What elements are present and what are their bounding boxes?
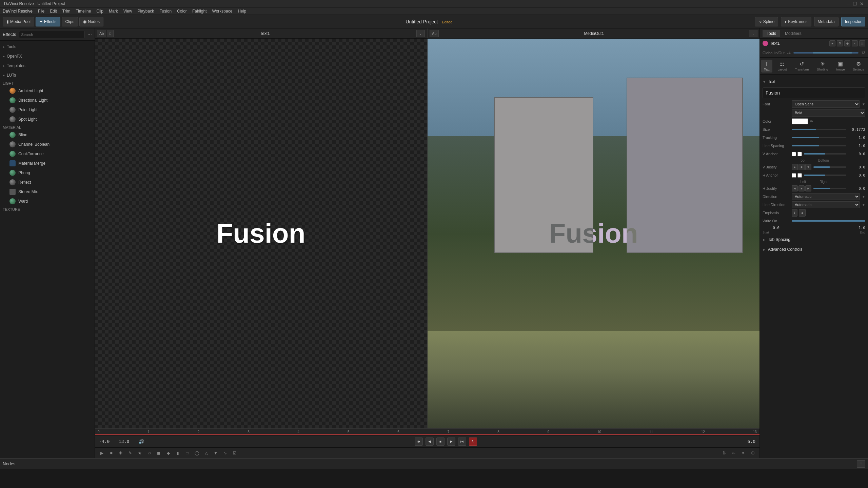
phong-item[interactable]: Phong <box>0 168 95 178</box>
warp-btn[interactable]: ✒ <box>739 449 747 457</box>
effects-search-input[interactable] <box>19 31 85 38</box>
move-tool[interactable]: ✚ <box>117 449 125 457</box>
cooktorrance-item[interactable]: CookTorrance <box>0 149 95 159</box>
polygon-tool[interactable]: △ <box>202 449 210 457</box>
bspline-tool[interactable]: ∿ <box>221 449 229 457</box>
tools-section[interactable]: ▸ Tools <box>0 42 95 52</box>
spot-light-item[interactable]: Spot Light <box>0 115 95 124</box>
bezier-tool[interactable]: ▼ <box>212 449 220 457</box>
right-viewer-zoom-btn[interactable]: ⋮ <box>749 30 757 37</box>
h-anchor-cb1[interactable] <box>792 173 796 178</box>
color-swatch[interactable] <box>792 118 808 124</box>
right-viewer[interactable]: Fusion <box>428 39 760 428</box>
clips-btn[interactable]: Clips <box>62 17 78 26</box>
brush-tool[interactable]: ★ <box>136 449 144 457</box>
menu-color[interactable]: Color <box>177 9 187 14</box>
font-style-select[interactable]: Bold <box>792 109 865 117</box>
color-picker-icon[interactable]: ✏ <box>810 119 813 124</box>
hjustify-left[interactable]: ◄ <box>792 185 798 191</box>
stereo-mix-item[interactable]: Stereo Mix <box>0 187 95 197</box>
rectangle-tool[interactable]: ▭ <box>183 449 191 457</box>
pen-tool[interactable]: ✎ <box>126 449 134 457</box>
crop-btn[interactable]: ✁ <box>730 449 738 457</box>
nodes-more-btn[interactable]: ⋮ <box>857 460 865 468</box>
left-viewer[interactable]: Fusion <box>95 39 428 428</box>
text-section-header[interactable]: ▼ Text <box>760 77 868 86</box>
transform-btn[interactable]: ⇅ <box>720 449 728 457</box>
itab-transform[interactable]: ↺ Transform <box>792 59 812 73</box>
play-back-btn[interactable]: ◀ <box>426 438 434 446</box>
right-ab-btn[interactable]: Ab <box>430 30 439 37</box>
menu-view[interactable]: View <box>123 9 132 14</box>
effects-btn[interactable]: ✦ Effects <box>36 17 60 26</box>
menu-help[interactable]: Help <box>238 9 246 14</box>
annot-tool[interactable]: ☑ <box>231 449 239 457</box>
ab-btn[interactable]: Ab <box>97 30 106 37</box>
emphasis-italic[interactable]: I <box>792 209 797 217</box>
clone-tool[interactable]: ◆ <box>164 449 172 457</box>
line-direction-select[interactable]: Automatic <box>792 201 860 208</box>
menu-fairlight[interactable]: Fairlight <box>192 9 207 14</box>
itab-layout[interactable]: ☷ Layout <box>775 59 790 73</box>
loop-btn[interactable]: ↻ <box>469 438 477 446</box>
directional-light-item[interactable]: Directional Light <box>0 96 95 105</box>
close-btn[interactable]: ✕ <box>860 1 864 6</box>
menu-trim[interactable]: Trim <box>62 9 71 14</box>
select-tool[interactable]: ■ <box>107 449 115 457</box>
direction-select[interactable]: Automatic <box>792 193 860 200</box>
node-enable-btn[interactable]: ■ <box>829 40 835 46</box>
emphasis-keyframe[interactable]: ♦ <box>799 209 806 217</box>
channel-boolean-item[interactable]: Channel Boolean <box>0 140 95 149</box>
inout-slider[interactable] <box>793 52 859 54</box>
templates-section[interactable]: ▸ Templates <box>0 61 95 70</box>
nodes-canvas[interactable]: MediaIn1 Text1 Merge1 MediaOut1 <box>0 469 868 488</box>
h-anchor-slider[interactable] <box>804 175 846 176</box>
polyline-tool[interactable]: ▮ <box>174 449 182 457</box>
h-anchor-cb2[interactable] <box>797 173 802 178</box>
tab-tools[interactable]: Tools <box>763 30 780 37</box>
blinn-item[interactable]: Blinn <box>0 130 95 140</box>
v-anchor-cb1[interactable] <box>792 152 796 156</box>
menu-timeline[interactable]: Timeline <box>76 9 91 14</box>
itab-shading[interactable]: ☀ Shading <box>814 59 831 73</box>
text-value-input[interactable] <box>763 87 865 98</box>
menu-file[interactable]: File <box>38 9 44 14</box>
tab-modifiers[interactable]: Modifiers <box>781 30 806 37</box>
line-spacing-slider[interactable] <box>792 145 846 146</box>
advanced-controls-header[interactable]: ► Advanced Controls <box>760 245 868 254</box>
openfx-section[interactable]: ▸ OpenFX <box>0 52 95 61</box>
material-merge-item[interactable]: Material Merge <box>0 159 95 168</box>
menu-workspace[interactable]: Workspace <box>212 9 233 14</box>
v-justify-slider[interactable] <box>813 166 846 168</box>
node-key-btn[interactable]: ◆ <box>844 40 850 46</box>
stop-btn[interactable]: ■ <box>436 438 445 446</box>
itab-settings[interactable]: ⚙ Settings <box>850 59 867 73</box>
window-controls[interactable]: ─ ☐ ✕ <box>847 1 864 6</box>
effects-more-btn[interactable]: ⋯ <box>87 32 92 37</box>
menu-fusion[interactable]: Fusion <box>159 9 172 14</box>
metadata-btn[interactable]: Metadata <box>814 17 839 26</box>
vjustify-bot[interactable]: ▼ <box>805 164 811 170</box>
ellipse-tool[interactable]: ◯ <box>193 449 201 457</box>
reflect-item[interactable]: Reflect <box>0 178 95 187</box>
v-anchor-slider[interactable] <box>804 153 846 155</box>
pointer-tool[interactable]: ▶ <box>98 449 106 457</box>
hjustify-center[interactable]: ■ <box>798 185 805 191</box>
node-settings-btn[interactable]: ⚙ <box>837 40 843 46</box>
spline-btn[interactable]: ∿ Spline <box>755 17 778 26</box>
maximize-btn[interactable]: ☐ <box>853 1 857 6</box>
itab-text[interactable]: T Text <box>761 60 772 73</box>
tab-spacing-header[interactable]: ► Tab Spacing <box>760 235 868 244</box>
node-close-btn[interactable]: × <box>852 40 858 46</box>
nodes-btn[interactable]: ◉ Nodes <box>79 17 103 26</box>
hjustify-right[interactable]: ► <box>805 185 811 191</box>
write-on-slider[interactable] <box>792 220 865 222</box>
viewer-fit-btn[interactable]: □ <box>107 30 113 37</box>
size-slider[interactable] <box>792 129 846 130</box>
v-anchor-cb2[interactable] <box>797 152 802 156</box>
node-more-btn[interactable]: ☰ <box>859 40 865 46</box>
eraser-tool[interactable]: ▱ <box>145 449 153 457</box>
play-btn[interactable]: ▶ <box>447 438 455 446</box>
menu-playback[interactable]: Playback <box>137 9 154 14</box>
ambient-light-item[interactable]: Ambient Light <box>0 86 95 96</box>
